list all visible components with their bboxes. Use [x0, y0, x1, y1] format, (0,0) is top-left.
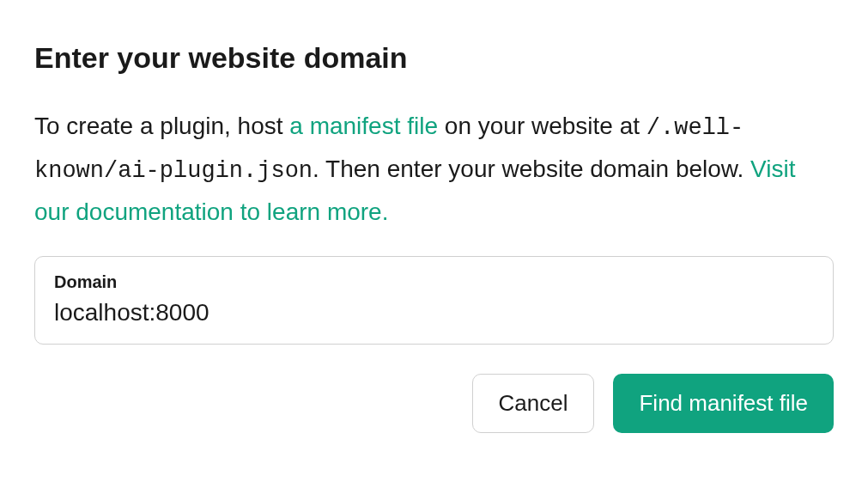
dialog-title: Enter your website domain [34, 41, 834, 75]
domain-input[interactable] [54, 299, 814, 326]
button-row: Cancel Find manifest file [34, 374, 834, 433]
find-manifest-button[interactable]: Find manifest file [613, 374, 834, 433]
description-prefix: To create a plugin, host [34, 113, 289, 139]
domain-input-label: Domain [54, 272, 814, 292]
cancel-button[interactable]: Cancel [472, 374, 595, 433]
domain-input-container[interactable]: Domain [34, 256, 834, 345]
description-suffix: . Then enter your website domain below. [313, 156, 750, 182]
description-mid: on your website at [438, 113, 646, 139]
dialog-description: To create a plugin, host a manifest file… [34, 106, 834, 232]
manifest-file-link[interactable]: a manifest file [289, 113, 438, 139]
